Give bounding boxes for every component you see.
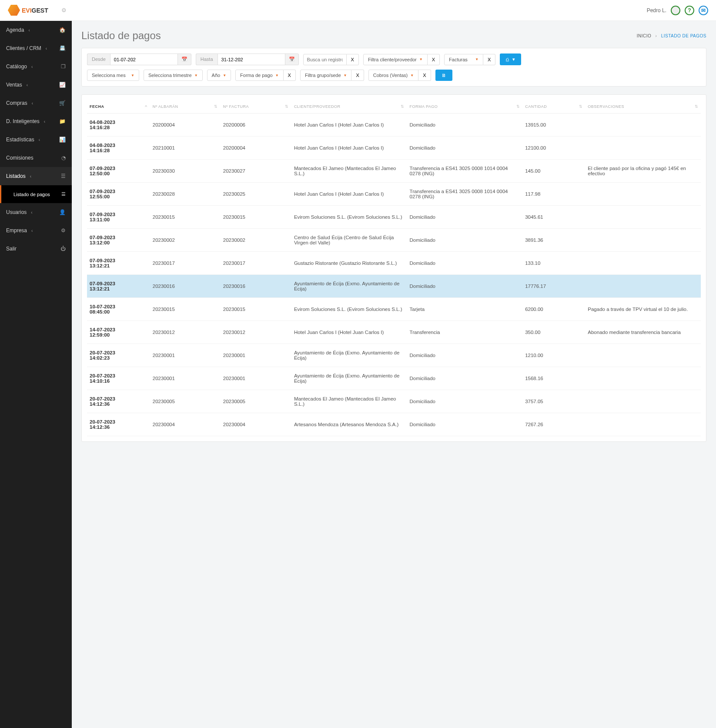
sidebar-item-agenda[interactable]: Agenda‹🏠 [0, 21, 72, 39]
cell-forma: Domiciliado [407, 367, 523, 390]
avatar[interactable] [671, 6, 680, 15]
cell-cliente: Artesanos Mendoza (Artesanos Mendoza S.A… [291, 413, 407, 436]
cell-cliente: Centro de Salud Écija (Centro de Salud É… [291, 229, 407, 252]
chat-icon[interactable]: ✉ [699, 6, 708, 15]
cell-obs [585, 229, 701, 252]
brand-logo[interactable]: EVIGEST [8, 4, 48, 17]
sidebar-item-empresa[interactable]: Empresa‹⚙ [0, 221, 72, 240]
quarter-dropdown[interactable]: Selecciona trimestre▼ [144, 70, 203, 81]
col-cantidad[interactable]: Cantidad⇅ [522, 100, 585, 114]
table-row[interactable]: 07-09-2023 12:50:002023003020230027Mante… [87, 160, 701, 183]
sidebar-item-compras[interactable]: Compras‹🛒 [0, 94, 72, 112]
table-row[interactable]: 20-07-2023 14:02:232023000120230001Ayunt… [87, 344, 701, 367]
payments-table: Fecha^ Nº Albarán⇅ Nº Factura⇅ Cliente/P… [87, 100, 701, 436]
year-dropdown[interactable]: Año▼ [207, 70, 231, 81]
clear-search-button[interactable]: X [347, 54, 359, 65]
group-dropdown[interactable]: Filtra grupo/sede▼ [300, 70, 351, 81]
sidebar-item-salir[interactable]: Salir⏻ [0, 240, 72, 258]
from-date-input[interactable] [110, 53, 178, 65]
sidebar-item-usuarios[interactable]: Usuarios‹👤 [0, 203, 72, 221]
cell-factura: 20230001 [221, 367, 291, 390]
chevron-left-icon: ‹ [31, 210, 32, 215]
facturas-dropdown[interactable]: Facturas▼ [444, 54, 483, 65]
cell-cliente: Mantecados El Jameo (Mantecados El Jameo… [291, 160, 407, 183]
sidebar-item-label: Ventas [6, 82, 22, 88]
cell-fecha: 07-09-2023 13:12:00 [90, 235, 147, 245]
month-dropdown[interactable]: Selecciona mes▼ [87, 70, 139, 81]
cell-forma: Domiciliado [407, 275, 523, 298]
table-row[interactable]: 07-09-2023 13:11:002023001520230015Eviro… [87, 206, 701, 229]
sort-icon: ⇅ [214, 104, 218, 109]
sidebar-sub-listado-pagos[interactable]: Listado de pagos☰ [0, 185, 72, 203]
help-icon[interactable]: ? [685, 6, 694, 15]
client-filter-dropdown[interactable]: Filtra cliente/proveedor▼ [363, 54, 428, 65]
cell-factura: 20200006 [221, 114, 291, 137]
sidebar-item-comisiones[interactable]: Comisiones◔ [0, 149, 72, 167]
cell-cliente: Evirom Soluciones S.L. (Evirom Solucione… [291, 298, 407, 321]
clear-group-button[interactable]: X [351, 70, 364, 81]
sidebar-item-label: Listados [6, 173, 26, 179]
sort-icon: ⇅ [401, 104, 405, 109]
table-row[interactable]: 07-09-2023 13:12:212023001720230017Gusta… [87, 252, 701, 275]
col-fecha[interactable]: Fecha^ [87, 100, 150, 114]
crumb-current[interactable]: LISTADO DE PAGOS [661, 33, 706, 38]
table-row[interactable]: 07-09-2023 12:55:002023002820230025Hotel… [87, 183, 701, 206]
chevron-left-icon: ‹ [31, 64, 33, 69]
cell-cantidad: 3045.61 [522, 206, 585, 229]
col-forma[interactable]: Forma Pago⇅ [407, 100, 523, 114]
table-row[interactable]: 20-07-2023 14:12:362023000520230005Mante… [87, 390, 701, 413]
sidebar-sub-label: Listado de pagos [13, 192, 50, 197]
cell-obs [585, 183, 701, 206]
sidebar-item-d-inteligentes[interactable]: D. Inteligentes‹📁 [0, 112, 72, 130]
sidebar-item-label: Catálogo [6, 63, 27, 70]
cell-forma: Domiciliado [407, 229, 523, 252]
cell-cantidad: 133.10 [522, 252, 585, 275]
to-date-input[interactable] [217, 53, 285, 65]
table-row[interactable]: 07-09-2023 13:12:212023001620230016Ayunt… [87, 275, 701, 298]
table-row[interactable]: 20-07-2023 14:10:162023000120230001Ayunt… [87, 367, 701, 390]
table-row[interactable]: 04-08-2023 14:16:282021000120200004Hotel… [87, 137, 701, 160]
cell-albaran: 20230017 [150, 252, 221, 275]
calendar-icon[interactable]: 📅 [178, 53, 191, 65]
clear-facturas-button[interactable]: X [483, 54, 495, 65]
table-row[interactable]: 10-07-2023 08:45:002023001520230015Eviro… [87, 298, 701, 321]
payment-type-dropdown[interactable]: Forma de pago▼ [235, 70, 284, 81]
clear-cobros-button[interactable]: X [418, 70, 431, 81]
search-input[interactable] [303, 54, 347, 65]
sidebar-item-cat-logo[interactable]: Catálogo‹❐ [0, 57, 72, 76]
cell-forma: Domiciliado [407, 206, 523, 229]
clear-client-button[interactable]: X [428, 54, 440, 65]
sidebar-item-estad-sticas[interactable]: Estadísticas‹📊 [0, 130, 72, 149]
cell-fecha: 07-09-2023 13:12:21 [90, 258, 147, 268]
table-row[interactable]: 04-08-2023 14:16:282020000420200006Hotel… [87, 114, 701, 137]
cell-cantidad: 145.00 [522, 160, 585, 183]
printer-icon: ⎙ [506, 57, 509, 62]
col-albaran[interactable]: Nº Albarán⇅ [150, 100, 221, 114]
cell-cliente: Mantecados El Jameo (Mantecados El Jameo… [291, 390, 407, 413]
table-row[interactable]: 20-07-2023 14:12:362023000420230004Artes… [87, 413, 701, 436]
cell-fecha: 07-09-2023 12:55:00 [90, 189, 147, 199]
calendar-icon[interactable]: 📅 [285, 53, 299, 65]
sidebar-item-listados[interactable]: Listados‹☰ [0, 167, 72, 185]
cell-factura: 20230012 [221, 321, 291, 344]
col-factura[interactable]: Nº Factura⇅ [221, 100, 291, 114]
cell-albaran: 20230001 [150, 367, 221, 390]
export-button[interactable]: 🗎 [435, 70, 452, 81]
clear-payment-button[interactable]: X [284, 70, 296, 81]
sidebar-item-label: Estadísticas [6, 137, 34, 143]
cell-cantidad: 12100.00 [522, 137, 585, 160]
chevron-down-icon: ▼ [419, 57, 423, 61]
col-cliente[interactable]: Cliente/Proveedor⇅ [291, 100, 407, 114]
table-row[interactable]: 14-07-2023 12:59:002023001220230012Hotel… [87, 321, 701, 344]
print-button[interactable]: ⎙▾ [500, 53, 521, 65]
col-obs[interactable]: Observaciones⇅ [585, 100, 701, 114]
cell-obs [585, 137, 701, 160]
cobros-dropdown[interactable]: Cobros (Ventas)▼ [368, 70, 418, 81]
sidebar-item-ventas[interactable]: Ventas‹📈 [0, 76, 72, 94]
crumb-home[interactable]: INICIO [637, 33, 652, 38]
sidebar-item-clientes-crm[interactable]: Clientes / CRM‹📇 [0, 39, 72, 57]
table-row[interactable]: 07-09-2023 13:12:002023000220230002Centr… [87, 229, 701, 252]
cell-fecha: 14-07-2023 12:59:00 [90, 327, 147, 337]
sidebar-icon: 📈 [59, 82, 66, 88]
gear-icon[interactable]: ⚙ [61, 7, 67, 13]
